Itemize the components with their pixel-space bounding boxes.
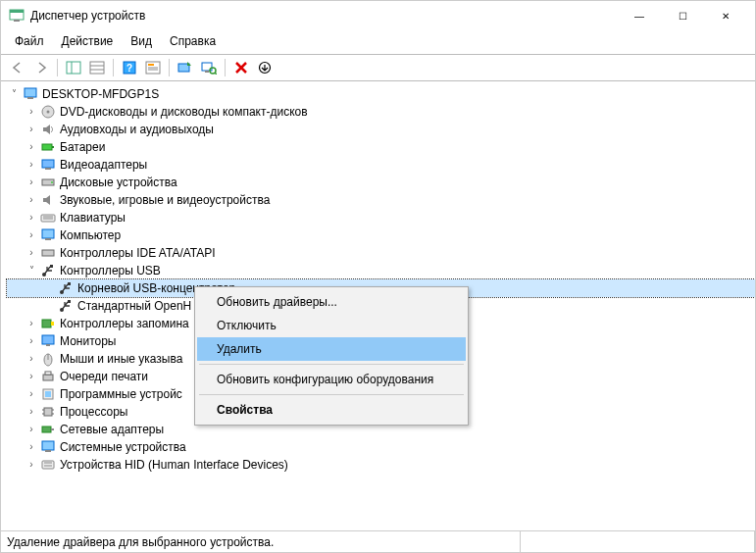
tree-label: Аудиовходы и аудиовыходы [60, 121, 214, 138]
sound-icon [40, 192, 56, 208]
cm-disable[interactable]: Отключить [197, 314, 466, 337]
svg-rect-37 [50, 265, 53, 268]
expand-icon[interactable]: › [25, 315, 38, 332]
cm-properties[interactable]: Свойства [197, 398, 466, 422]
expand-icon[interactable]: › [25, 121, 38, 138]
expand-icon[interactable]: › [25, 226, 38, 244]
tree-label: Компьютер [60, 226, 121, 244]
scan-hardware-button[interactable] [198, 57, 220, 78]
disk-icon [40, 175, 56, 190]
nav-back-button[interactable] [7, 57, 28, 78]
svg-rect-24 [42, 144, 52, 150]
svg-rect-43 [51, 322, 54, 326]
toolbar-separator [169, 59, 170, 76]
expand-icon[interactable]: › [25, 244, 38, 262]
expand-icon[interactable]: › [25, 138, 38, 156]
tree-label: Контроллеры USB [60, 262, 161, 279]
update-driver-button[interactable] [175, 57, 196, 78]
list-view-button[interactable] [86, 57, 108, 78]
show-hide-tree-button[interactable] [63, 57, 84, 78]
menu-file[interactable]: Файл [7, 32, 52, 50]
tree-node-disk[interactable]: › Дисковые устройства [7, 174, 755, 191]
svg-rect-52 [44, 408, 52, 416]
svg-rect-44 [42, 335, 54, 344]
nav-forward-button[interactable] [30, 57, 52, 78]
svg-rect-3 [67, 62, 80, 74]
tree-root-label: DESKTOP-MFDGP1S [42, 85, 159, 103]
svg-rect-5 [90, 62, 104, 74]
cm-scan-hardware[interactable]: Обновить конфигурацию оборудования [197, 368, 466, 391]
expand-icon[interactable]: › [25, 174, 38, 191]
expand-icon[interactable]: › [25, 385, 38, 403]
tree-label: Звуковые, игровые и видеоустройства [60, 191, 270, 209]
expand-icon[interactable]: › [25, 209, 38, 226]
battery-icon [40, 139, 56, 155]
display-adapter-icon [40, 157, 56, 173]
properties-button[interactable] [142, 57, 164, 78]
tree-node-battery[interactable]: › Батареи [7, 138, 755, 156]
svg-rect-33 [42, 229, 54, 238]
disc-drive-icon [40, 104, 56, 120]
tree-label: Стандартный OpenH [77, 297, 191, 315]
tree-node-hid[interactable]: › Устройства HID (Human Interface Device… [7, 456, 755, 474]
tree-root[interactable]: ˅ DESKTOP-MFDGP1S [7, 85, 755, 103]
tree-node-sound[interactable]: › Звуковые, игровые и видеоустройства [7, 191, 755, 209]
expand-icon[interactable]: › [25, 421, 38, 438]
hid-icon [40, 457, 56, 473]
expand-icon[interactable]: › [25, 191, 38, 209]
expand-icon[interactable]: › [25, 103, 38, 121]
cm-update-drivers[interactable]: Обновить драйверы... [197, 290, 466, 314]
svg-rect-42 [42, 320, 51, 327]
close-icon: ✕ [722, 11, 730, 22]
monitor-icon [40, 333, 56, 349]
tree-node-audio[interactable]: › Аудиовходы и аудиовыходы [7, 121, 755, 138]
tree-node-keyboard[interactable]: › Клавиатуры [7, 209, 755, 226]
svg-rect-34 [45, 238, 51, 240]
svg-rect-1 [10, 10, 24, 13]
minimize-button[interactable]: — [618, 2, 661, 29]
tree-node-ide[interactable]: › Контроллеры IDE ATA/ATAPI [7, 244, 755, 262]
svg-rect-41 [68, 300, 71, 303]
menu-view[interactable]: Вид [123, 32, 160, 50]
expand-icon[interactable]: › [25, 332, 38, 350]
svg-rect-2 [14, 20, 20, 22]
svg-rect-48 [43, 375, 53, 380]
status-cell-empty [521, 531, 755, 552]
cm-delete[interactable]: Удалить [197, 337, 466, 361]
tree-label: Процессоры [60, 403, 128, 421]
expand-icon[interactable]: › [25, 438, 38, 456]
tree-node-video[interactable]: › Видеоадаптеры [7, 156, 755, 174]
usb-icon [40, 263, 56, 278]
expand-icon[interactable]: › [25, 350, 38, 368]
expand-icon[interactable]: › [25, 403, 38, 421]
tree-node-computer[interactable]: › Компьютер [7, 226, 755, 244]
help-button[interactable]: ? [119, 57, 140, 78]
audio-icon [40, 122, 56, 137]
collapse-icon[interactable]: ˅ [25, 262, 38, 279]
close-button[interactable]: ✕ [704, 2, 747, 29]
system-device-icon [40, 439, 56, 455]
expand-icon[interactable]: › [25, 156, 38, 174]
tree-node-dvd[interactable]: › DVD-дисководы и дисководы компакт-диск… [7, 103, 755, 121]
menu-action[interactable]: Действие [54, 32, 122, 50]
collapse-icon[interactable]: ˅ [7, 85, 21, 103]
svg-rect-59 [45, 450, 51, 452]
expand-icon[interactable]: › [25, 368, 38, 385]
tree-label: Клавиатуры [60, 209, 126, 226]
tree-node-usb[interactable]: ˅ Контроллеры USB [7, 262, 755, 279]
network-icon [40, 422, 56, 437]
keyboard-icon [40, 210, 56, 226]
menu-help[interactable]: Справка [162, 32, 224, 50]
minimize-icon: — [634, 11, 644, 22]
uninstall-button[interactable] [230, 57, 252, 78]
computer-icon [23, 86, 38, 102]
window-title: Диспетчер устройств [30, 9, 618, 23]
tree-node-system[interactable]: › Системные устройства [7, 438, 755, 456]
svg-rect-16 [205, 71, 209, 73]
svg-rect-49 [45, 372, 51, 375]
maximize-button[interactable]: ☐ [661, 2, 704, 29]
disable-button[interactable] [254, 57, 276, 78]
expand-icon[interactable]: › [25, 456, 38, 474]
usb-icon [58, 280, 74, 296]
software-device-icon [40, 386, 56, 402]
